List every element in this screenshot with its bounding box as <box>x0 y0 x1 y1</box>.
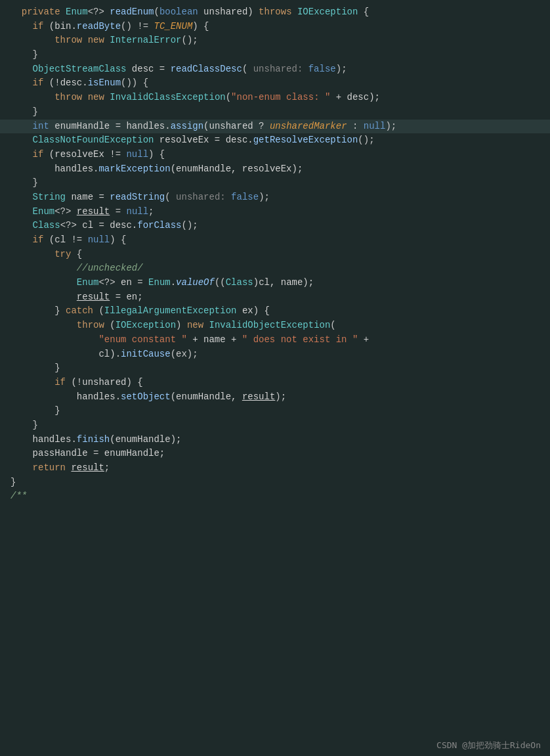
code-line: } <box>0 176 550 190</box>
code-line: } <box>0 105 550 120</box>
code-line: Enum<?> en = Enum.valueOf((Class)cl, nam… <box>0 276 550 290</box>
code-line: } <box>0 476 550 490</box>
code-line: /** <box>0 489 550 504</box>
code-line: ClassNotFoundException resolveEx = desc.… <box>0 133 550 148</box>
code-line: handles.markException(enumHandle, resolv… <box>0 162 550 177</box>
code-line: handles.setObject(enumHandle, result); <box>0 390 550 405</box>
code-line: Enum<?> result = null; <box>0 205 550 219</box>
footer-attribution: CSDN @加把劲骑士RideOn <box>427 735 550 756</box>
code-line: //unchecked/ <box>0 261 550 276</box>
code-line: int enumHandle = handles.assign(unshared… <box>0 120 550 134</box>
code-line: throw new InternalError(); <box>0 33 550 48</box>
code-line: } <box>0 418 550 433</box>
code-line: if (cl != null) { <box>0 233 550 248</box>
code-line: } <box>0 404 550 418</box>
code-line: passHandle = enumHandle; <box>0 447 550 461</box>
code-container: private Enum<?> readEnum(boolean unshare… <box>0 0 550 509</box>
code-line: if (resolveEx != null) { <box>0 148 550 162</box>
code-line: if (bin.readByte() != TC_ENUM) { <box>0 20 550 34</box>
code-line: Class<?> cl = desc.forClass(); <box>0 219 550 233</box>
code-line: handles.finish(enumHandle); <box>0 433 550 447</box>
code-line: "enum constant " + name + " does not exi… <box>0 333 550 347</box>
code-line: if (!unshared) { <box>0 376 550 390</box>
code-line: result = en; <box>0 290 550 305</box>
code-line: ObjectStreamClass desc = readClassDesc( … <box>0 62 550 77</box>
code-line: } catch (IllegalArgumentException ex) { <box>0 304 550 319</box>
code-line: } <box>0 48 550 62</box>
code-line: return result; <box>0 461 550 476</box>
code-line: throw (IOException) new InvalidObjectExc… <box>0 319 550 333</box>
code-line: if (!desc.isEnum()) { <box>0 76 550 91</box>
code-line: String name = readString( unshared: fals… <box>0 190 550 205</box>
code-line: throw new InvalidClassException("non-enu… <box>0 91 550 105</box>
code-line: private Enum<?> readEnum(boolean unshare… <box>0 5 550 20</box>
code-line: cl).initCause(ex); <box>0 347 550 362</box>
code-line: try { <box>0 248 550 262</box>
code-line: } <box>0 361 550 376</box>
